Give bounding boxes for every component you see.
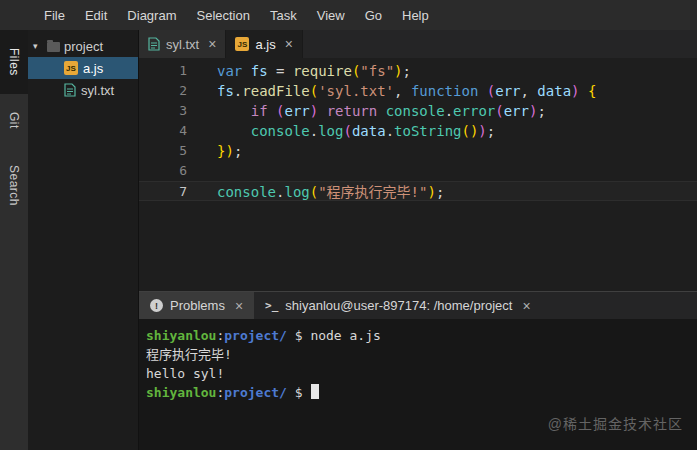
folder-label: project (64, 39, 103, 54)
code-text: fs.readFile('syl.txt', function (err, da… (201, 81, 596, 101)
terminal-line: shiyanlou:project/ $ (146, 383, 689, 402)
token: "fs" (360, 63, 394, 79)
token: = (268, 63, 293, 79)
token: err (284, 103, 309, 119)
code-line-5: 5}); (139, 141, 697, 161)
chevron-down-icon[interactable]: ▾ (33, 41, 43, 51)
watermark: @稀土掘金技术社区 (548, 413, 683, 433)
token: ; (436, 184, 444, 200)
close-icon[interactable]: × (208, 36, 216, 52)
line-number: 3 (139, 101, 201, 121)
token: console (217, 184, 276, 200)
token: function (411, 83, 478, 99)
js-file-icon: JS (235, 37, 249, 51)
code-line-7: 7console.log("程序执行完毕!"); (139, 181, 697, 201)
main-area: FilesGitSearch ▾ project JSa.jssyl.txt s… (0, 30, 697, 450)
tree-file-syl-txt[interactable]: syl.txt (28, 79, 138, 101)
token: . (310, 123, 318, 139)
code-editor[interactable]: 1var fs = require("fs");2fs.readFile('sy… (139, 58, 697, 291)
activity-tab-git[interactable]: Git (0, 94, 28, 147)
token: ) (225, 143, 233, 159)
tree-folder-project[interactable]: ▾ project (28, 35, 138, 57)
token: ( (487, 83, 495, 99)
line-number: 4 (139, 121, 201, 141)
terminal-text: $ node a.js (287, 328, 381, 343)
editor-tab-a-js[interactable]: JSa.js× (226, 30, 302, 58)
menu-item-go[interactable]: Go (355, 4, 392, 27)
terminal-text: project/ (224, 385, 287, 400)
token: err (504, 103, 529, 119)
token: fs (217, 83, 234, 99)
close-icon[interactable]: × (285, 36, 293, 52)
terminal-line: shiyanlou:project/ $ node a.js (146, 326, 689, 345)
token (242, 63, 250, 79)
panel-tab-label: Problems (170, 298, 225, 313)
line-number: 1 (139, 61, 201, 81)
token: ) (571, 83, 579, 99)
problems-icon: ! (150, 299, 163, 312)
code-line-1: 1var fs = require("fs"); (139, 61, 697, 81)
file-label: a.js (83, 61, 103, 76)
close-icon[interactable]: × (235, 298, 243, 314)
token: ( (310, 83, 318, 99)
tab-label: a.js (255, 37, 275, 52)
token: ( (343, 123, 351, 139)
token (318, 103, 326, 119)
token: () (462, 123, 479, 139)
menu-item-task[interactable]: Task (260, 4, 307, 27)
code-text (201, 161, 217, 181)
code-line-3: 3 if (err) return console.error(err); (139, 101, 697, 121)
token (217, 103, 251, 119)
terminal-icon: >_ (265, 299, 278, 312)
activity-tab-files[interactable]: Files (0, 30, 28, 94)
code-text: }); (201, 141, 242, 161)
code-text: var fs = require("fs"); (201, 61, 411, 81)
token: ) (478, 123, 486, 139)
token: require (293, 63, 352, 79)
token: ; (403, 63, 411, 79)
code-line-2: 2fs.readFile('syl.txt', function (err, d… (139, 81, 697, 101)
menu-item-file[interactable]: File (34, 4, 75, 27)
token: log (318, 123, 343, 139)
terminal-text: shiyanlou (146, 385, 216, 400)
token: return (327, 103, 378, 119)
line-number: 7 (139, 182, 201, 200)
menu-item-diagram[interactable]: Diagram (117, 4, 186, 27)
token: ) (394, 63, 402, 79)
activity-tab-search[interactable]: Search (0, 147, 28, 224)
terminal-cursor (311, 384, 319, 399)
code-line-4: 4 console.log(data.toString()); (139, 121, 697, 141)
menu-item-view[interactable]: View (307, 4, 355, 27)
tree-file-a-js[interactable]: JSa.js (28, 57, 138, 79)
token: err (495, 83, 520, 99)
token (217, 123, 251, 139)
editor-tab-syl-txt[interactable]: syl.txt× (139, 30, 226, 58)
token: 'syl.txt' (318, 83, 394, 99)
file-explorer: ▾ project JSa.jssyl.txt (28, 30, 139, 450)
editor-tab-bar: syl.txt×JSa.js× (139, 30, 697, 58)
token: ( (495, 103, 503, 119)
menu-item-selection[interactable]: Selection (186, 4, 259, 27)
token: ; (537, 103, 545, 119)
panel-tab-bar: !Problems×>_shiyanlou@user-897174: /home… (139, 292, 697, 319)
token: . (445, 103, 453, 119)
token: error (453, 103, 495, 119)
tab-label: syl.txt (166, 37, 199, 52)
token: ; (487, 123, 495, 139)
terminal-text: hello syl! (146, 366, 224, 381)
activity-bar: FilesGitSearch (0, 30, 28, 450)
terminal-text: $ (287, 385, 310, 400)
panel-tab-terminal[interactable]: >_shiyanlou@user-897174: /home/project× (254, 292, 542, 319)
token: . (386, 123, 394, 139)
menu-item-help[interactable]: Help (392, 4, 439, 27)
token: ; (234, 143, 242, 159)
token (377, 103, 385, 119)
token: , (394, 83, 411, 99)
close-icon[interactable]: × (522, 298, 530, 314)
line-number: 6 (139, 161, 201, 181)
terminal-line: 程序执行完毕! (146, 345, 689, 364)
text-file-icon (64, 83, 76, 97)
panel-tab-problems[interactable]: !Problems× (139, 292, 254, 319)
menu-item-edit[interactable]: Edit (75, 4, 117, 27)
terminal-text: project/ (224, 328, 287, 343)
